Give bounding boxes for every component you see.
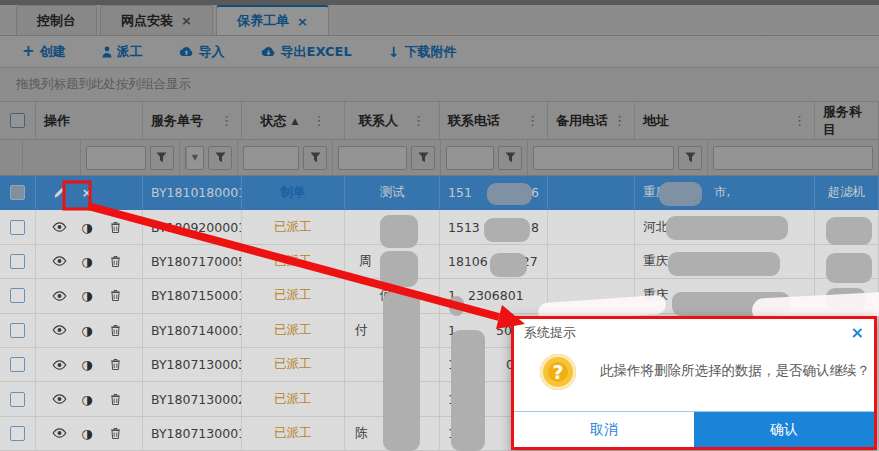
contrast-icon[interactable]: ◑	[78, 426, 96, 441]
filter-status-cell: ▼	[180, 140, 238, 175]
backup-filter-input[interactable]	[446, 146, 494, 170]
filter-category-cell	[708, 140, 879, 175]
row-checkbox[interactable]	[10, 323, 25, 338]
edit-icon[interactable]	[50, 186, 68, 199]
close-icon[interactable]: ×	[297, 14, 308, 29]
row-checkbox[interactable]	[10, 185, 25, 200]
column-menu-icon[interactable]: ⋮	[526, 113, 539, 128]
order-filter-input[interactable]	[86, 146, 146, 170]
tab-console[interactable]: 控制台	[16, 5, 97, 35]
ops-cell: ◑	[36, 348, 143, 381]
header-contact[interactable]: 联系人⋮	[345, 102, 440, 139]
column-menu-icon[interactable]: ⋮	[412, 113, 425, 128]
contrast-icon[interactable]: ◑	[78, 220, 96, 235]
x-glyph: ×	[82, 185, 93, 200]
header-status[interactable]: 状态▲⋮	[242, 102, 345, 139]
trash-icon[interactable]	[106, 393, 124, 406]
select-all-checkbox[interactable]	[10, 113, 25, 128]
export-excel-button[interactable]: 导出EXCEL	[261, 43, 352, 61]
row-checkbox[interactable]	[10, 357, 25, 372]
contrast-icon[interactable]: ◑	[78, 288, 96, 303]
row-checkbox[interactable]	[10, 254, 25, 269]
tab-site-install[interactable]: 网点安装 ×	[100, 5, 213, 35]
contrast-icon[interactable]: ◑	[78, 392, 96, 407]
status-cell: 已派工	[242, 279, 345, 312]
trash-icon[interactable]	[106, 289, 124, 302]
header-backup-phone[interactable]: 备用电话⋮	[548, 102, 635, 139]
ops-cell: ◑	[36, 279, 143, 312]
header-category[interactable]: 服务科目	[815, 102, 879, 139]
header-checkbox-cell	[0, 102, 36, 139]
chevron-down-icon[interactable]: ▼	[186, 147, 203, 169]
row-checkbox[interactable]	[10, 392, 25, 407]
filter-phone-cell	[333, 140, 441, 175]
phone-filter-input[interactable]	[338, 146, 407, 170]
view-icon[interactable]	[50, 428, 68, 438]
status-cell: 已派工	[242, 417, 345, 450]
header-address[interactable]: 地址⋮	[635, 102, 815, 139]
order-no-cell: BY1807150001	[143, 279, 242, 312]
view-icon[interactable]	[50, 291, 68, 301]
column-menu-icon[interactable]: ⋮	[220, 113, 233, 128]
create-button[interactable]: + 创建	[22, 43, 66, 61]
status-cell: 已派工	[242, 348, 345, 381]
filter-empty-cell	[0, 140, 23, 175]
cancel-button[interactable]: 取消	[514, 412, 694, 447]
close-icon[interactable]: ×	[851, 325, 864, 341]
group-panel[interactable]: 拖拽列标题到此处按列组合显示	[0, 68, 879, 102]
row-checkbox[interactable]	[10, 220, 25, 235]
contrast-icon[interactable]: ◑	[78, 323, 96, 338]
filter-funnel-button[interactable]	[678, 146, 702, 170]
column-menu-icon[interactable]: ⋮	[312, 113, 325, 128]
blur-patch	[490, 253, 527, 277]
dispatch-button[interactable]: 派工	[102, 43, 143, 61]
view-icon[interactable]	[50, 222, 68, 232]
view-icon[interactable]	[50, 394, 68, 404]
address-filter-input[interactable]	[533, 146, 674, 170]
trash-icon[interactable]	[106, 324, 124, 337]
view-icon[interactable]	[50, 360, 68, 370]
order-no-cell: BY1807170005	[143, 245, 242, 278]
category-filter-input[interactable]	[713, 146, 873, 170]
filter-order-cell	[81, 140, 180, 175]
import-button[interactable]: 导入	[179, 43, 225, 61]
column-menu-icon[interactable]: ⋮	[793, 113, 806, 128]
status-filter-dropdown[interactable]: ▼	[185, 146, 204, 170]
order-no-cell: BY1807130003	[143, 348, 242, 381]
row-checkbox[interactable]	[10, 288, 25, 303]
trash-icon[interactable]	[106, 358, 124, 371]
blur-patch	[668, 252, 780, 276]
trash-icon[interactable]	[106, 427, 124, 440]
trash-icon[interactable]	[106, 221, 124, 234]
order-no-cell: BY1807130002	[143, 382, 242, 415]
dialog-titlebar[interactable]: 系统提示 ×	[514, 319, 874, 346]
header-order-no[interactable]: 服务单号⋮	[143, 102, 242, 139]
contrast-icon[interactable]: ◑	[78, 254, 96, 269]
delete-icon[interactable]: ×	[78, 185, 96, 200]
filter-funnel-button[interactable]	[303, 146, 327, 170]
download-attachment-button[interactable]: ↓ 下载附件	[388, 43, 457, 61]
status-cell: 已派工	[242, 210, 345, 243]
filter-funnel-button[interactable]	[411, 146, 435, 170]
row-checkbox[interactable]	[10, 426, 25, 441]
close-icon[interactable]: ×	[181, 13, 192, 28]
view-icon[interactable]	[50, 256, 68, 266]
order-no-cell: BY1809200001	[143, 210, 242, 243]
view-icon[interactable]	[50, 325, 68, 335]
contrast-icon[interactable]: ◑	[78, 357, 96, 372]
tab-maintenance-orders[interactable]: 保养工单 ×	[216, 5, 329, 35]
confirm-button[interactable]: 确认	[694, 412, 874, 447]
trash-icon[interactable]	[106, 255, 124, 268]
filter-funnel-button[interactable]	[150, 146, 174, 170]
table-row[interactable]: × BY1810180001 制单 测试 151486 重庆市, 超滤机	[0, 176, 879, 210]
row-checkbox-cell	[0, 382, 36, 415]
header-ops: 操作	[36, 102, 143, 139]
status-badge: 已派工	[274, 425, 312, 442]
filter-empty-cell	[23, 140, 81, 175]
filter-funnel-button[interactable]	[208, 146, 232, 170]
ops-cell: ◑	[36, 417, 143, 450]
contact-filter-input[interactable]	[243, 146, 299, 170]
column-menu-icon[interactable]: ⋮	[613, 113, 626, 128]
header-phone[interactable]: 联系电话⋮	[440, 102, 548, 139]
filter-funnel-button[interactable]	[498, 146, 522, 170]
